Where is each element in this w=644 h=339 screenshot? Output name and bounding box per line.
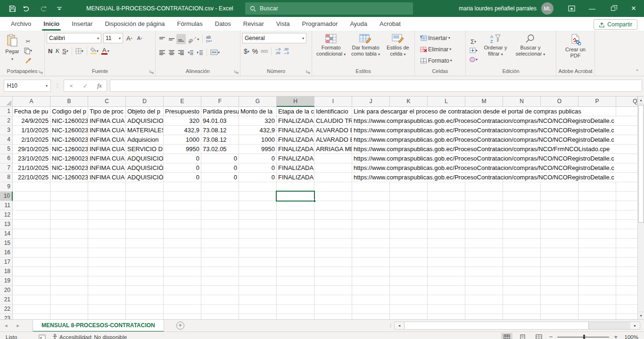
cell-P15[interactable] bbox=[578, 239, 616, 248]
align-middle-button[interactable] bbox=[167, 34, 176, 44]
cell-K18[interactable] bbox=[390, 267, 428, 276]
cell-K19[interactable] bbox=[390, 276, 428, 286]
avatar[interactable]: ML bbox=[541, 2, 553, 15]
cell-M12[interactable] bbox=[465, 210, 503, 220]
cell-K23[interactable] bbox=[390, 314, 428, 319]
cell-G22[interactable] bbox=[239, 305, 277, 314]
format-as-table-button[interactable]: Dar formato como tabla ▾ bbox=[348, 33, 383, 67]
row-header-14[interactable]: 14 bbox=[0, 229, 13, 239]
cell-N11[interactable] bbox=[503, 201, 541, 210]
tab-scrollbar-splitter[interactable]: ⁞ bbox=[390, 323, 394, 328]
row-header-21[interactable]: 21 bbox=[0, 295, 13, 305]
cell-I21[interactable] bbox=[314, 295, 352, 305]
cell-K15[interactable] bbox=[390, 239, 428, 248]
cell-B15[interactable] bbox=[50, 239, 88, 248]
row-header-18[interactable]: 18 bbox=[0, 267, 13, 276]
cell-P12[interactable] bbox=[578, 210, 616, 220]
cell-O21[interactable] bbox=[541, 295, 578, 305]
cell-J10[interactable] bbox=[352, 192, 390, 201]
user-name[interactable]: maria lourdes peñafiel parrales bbox=[459, 5, 537, 12]
cell-J11[interactable] bbox=[352, 201, 390, 210]
cell-M19[interactable] bbox=[465, 276, 503, 286]
cell-I9[interactable] bbox=[314, 182, 352, 192]
cell-A21[interactable] bbox=[13, 295, 50, 305]
cell-J17[interactable] bbox=[352, 258, 390, 267]
cell-H23[interactable] bbox=[277, 314, 314, 319]
cell-K20[interactable] bbox=[390, 286, 428, 295]
cell-A18[interactable] bbox=[13, 267, 50, 276]
page-break-view-button[interactable] bbox=[533, 333, 545, 339]
row-header-12[interactable]: 12 bbox=[0, 210, 13, 220]
cell-B8[interactable]: NIC-1260023 bbox=[50, 173, 88, 182]
cell-I8[interactable] bbox=[314, 173, 352, 182]
cell-I23[interactable] bbox=[314, 314, 352, 319]
row-header-13[interactable]: 13 bbox=[0, 220, 13, 229]
cell-E12[interactable] bbox=[164, 210, 201, 220]
cell-P14[interactable] bbox=[578, 229, 616, 239]
cell-I3[interactable]: ALVARADO E bbox=[314, 126, 352, 135]
scroll-up-button[interactable]: ▴ bbox=[638, 97, 644, 104]
alineacion-dialog-launcher[interactable] bbox=[234, 70, 239, 74]
cell-I18[interactable] bbox=[314, 267, 352, 276]
cell-K13[interactable] bbox=[390, 220, 428, 229]
column-header-A[interactable]: A bbox=[13, 97, 50, 107]
cell-A12[interactable] bbox=[13, 210, 50, 220]
cell-C3[interactable]: INFIMA CUA bbox=[88, 126, 126, 135]
undo-dropdown[interactable]: ▾ bbox=[31, 7, 33, 11]
cell-H17[interactable] bbox=[277, 258, 314, 267]
cell-E21[interactable] bbox=[164, 295, 201, 305]
cell-F18[interactable] bbox=[201, 267, 239, 276]
cell-C8[interactable]: INFIMA CUA bbox=[88, 173, 126, 182]
cell-E10[interactable] bbox=[164, 192, 201, 201]
delete-cells-button[interactable]: Eliminar▾ bbox=[419, 44, 463, 54]
fill-button[interactable]: ▾ bbox=[468, 47, 479, 55]
cell-I6[interactable] bbox=[314, 154, 352, 163]
borders-dropdown[interactable]: ▾ bbox=[82, 49, 83, 53]
cell-C20[interactable] bbox=[88, 286, 126, 295]
cell-F15[interactable] bbox=[201, 239, 239, 248]
ribbon-tab-programador[interactable]: Programador bbox=[296, 17, 344, 31]
cell-C14[interactable] bbox=[88, 229, 126, 239]
column-header-K[interactable]: K bbox=[390, 97, 428, 107]
cell-O14[interactable] bbox=[541, 229, 578, 239]
column-header-N[interactable]: N bbox=[503, 97, 541, 107]
cell-A17[interactable] bbox=[13, 258, 50, 267]
cell-I19[interactable] bbox=[314, 276, 352, 286]
cell-C23[interactable] bbox=[88, 314, 126, 319]
cell-H8[interactable]: FINALIZADA bbox=[277, 173, 314, 182]
cell-A6[interactable]: 23/10/2025 bbox=[13, 154, 50, 163]
row-header-7[interactable]: 7 bbox=[0, 163, 13, 173]
sheet-nav-left-button[interactable]: ◂ bbox=[0, 323, 12, 329]
cell-F10[interactable] bbox=[201, 192, 239, 201]
cell-M13[interactable] bbox=[465, 220, 503, 229]
cell-L21[interactable] bbox=[428, 295, 465, 305]
cell-N15[interactable] bbox=[503, 239, 541, 248]
new-sheet-button[interactable]: + bbox=[176, 322, 184, 330]
cell-J15[interactable] bbox=[352, 239, 390, 248]
cell-G11[interactable] bbox=[239, 201, 277, 210]
cell-Q14[interactable] bbox=[616, 229, 637, 239]
cell-I2[interactable]: CLAUDIO TRU bbox=[314, 116, 352, 126]
fuente-dialog-launcher[interactable] bbox=[149, 70, 154, 74]
cell-G17[interactable] bbox=[239, 258, 277, 267]
cell-D11[interactable] bbox=[126, 201, 164, 210]
cell-O17[interactable] bbox=[541, 258, 578, 267]
cell-F23[interactable] bbox=[201, 314, 239, 319]
increase-font-button[interactable]: A˄ bbox=[125, 33, 134, 43]
vertical-scrollbar[interactable]: ▴ ▾ bbox=[637, 97, 644, 319]
cell-B20[interactable] bbox=[50, 286, 88, 295]
clear-button[interactable]: ▾ bbox=[468, 56, 479, 64]
cell-B9[interactable] bbox=[50, 182, 88, 192]
align-left-button[interactable] bbox=[157, 47, 167, 57]
cell-E16[interactable] bbox=[164, 248, 201, 258]
cell-Q1[interactable] bbox=[616, 107, 637, 116]
cell-K21[interactable] bbox=[390, 295, 428, 305]
cell-M23[interactable] bbox=[465, 314, 503, 319]
cell-E2[interactable]: 320 bbox=[164, 116, 201, 126]
increase-indent-button[interactable] bbox=[195, 47, 205, 57]
copy-dropdown[interactable]: ▾ bbox=[30, 48, 32, 53]
scroll-right-button[interactable]: ▸ bbox=[630, 322, 640, 329]
row-header-3[interactable]: 3 bbox=[0, 126, 13, 135]
cell-C12[interactable] bbox=[88, 210, 126, 220]
cell-N12[interactable] bbox=[503, 210, 541, 220]
